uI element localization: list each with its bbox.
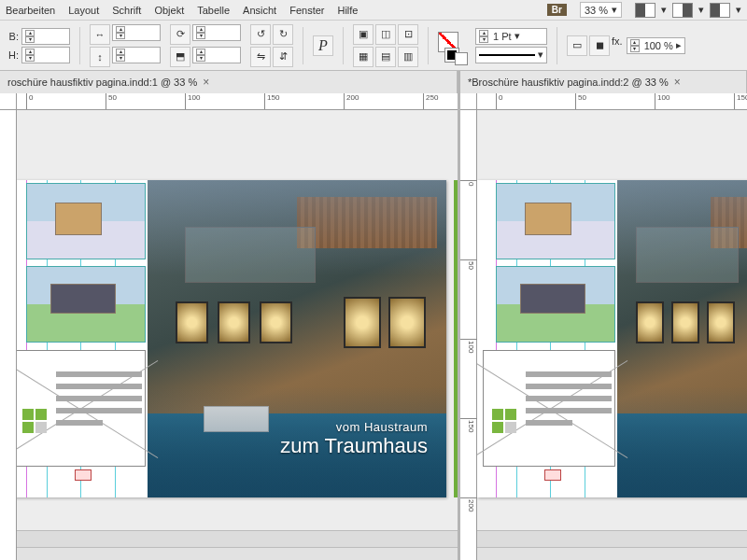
ruler-horizontal[interactable]: 0 50 100 150 200 250 [17, 93, 458, 110]
thumbnail-1[interactable] [26, 183, 146, 259]
scale-y-field[interactable]: ▴▾ [112, 47, 161, 63]
close-icon[interactable]: × [674, 76, 681, 89]
center-content-icon[interactable]: ⊡ [398, 24, 418, 45]
rotate-icon[interactable]: ⟳ [170, 24, 190, 45]
scrollbar-horizontal[interactable] [17, 547, 458, 560]
chevron-down-icon[interactable]: ▾ [661, 4, 667, 16]
auto-fit-icon[interactable]: ▥ [398, 47, 418, 67]
sofa-shape [204, 406, 269, 432]
menu-bearbeiten[interactable]: Bearbeiten [6, 5, 55, 16]
rotate-cw-icon[interactable]: ↻ [273, 24, 293, 45]
menu-hilfe[interactable]: Hilfe [337, 5, 358, 16]
flip-h-icon[interactable]: ⇋ [250, 47, 271, 67]
menu-bar: Bearbeiten Layout Schrift Objekt Tabelle… [0, 0, 747, 21]
stroke-style-dropdown[interactable]: ▾ [475, 47, 547, 63]
screen-mode-1-icon[interactable] [635, 3, 655, 18]
document-tab-1[interactable]: roschüre hausfiktiv pagina.indd:1 @ 33 %… [0, 71, 458, 93]
fill-frame-icon[interactable]: ▦ [353, 47, 374, 67]
control-panel: B: ▴▾ H: ▴▾ ↔▴▾ ↕▴▾ ⟳▴▾ ⬒▴▾ ↺↻ ⇋⇵ P ▣◫⊡ … [0, 21, 747, 71]
ruler-vertical[interactable]: 0 50 100 150 200 [460, 110, 477, 560]
stroke-weight-dropdown[interactable]: ▴▾1 Pt▾ [475, 28, 547, 45]
thumbnail-1[interactable] [496, 183, 615, 259]
bleed-edge [454, 180, 458, 497]
scale-y-icon[interactable]: ↕ [90, 47, 110, 67]
menu-objekt[interactable]: Objekt [154, 5, 184, 16]
page-spread[interactable]: vom Haustraum zum Traumhaus [17, 180, 446, 497]
logo-icon [492, 409, 518, 435]
rotate-ccw-icon[interactable]: ↺ [250, 24, 271, 45]
canvas-area[interactable]: vom Haustraum zum Traumhaus ↖ [17, 110, 458, 560]
menu-ansicht[interactable]: Ansicht [243, 5, 276, 16]
document-pane-1: roschüre hausfiktiv pagina.indd:1 @ 33 %… [0, 71, 460, 560]
menu-layout[interactable]: Layout [68, 5, 99, 16]
height-field[interactable]: ▴▾ [21, 47, 70, 63]
width-field[interactable]: ▴▾ [21, 28, 70, 45]
slogan-text: vom Haustraum zum Traumhaus [280, 420, 428, 458]
swap-icon[interactable] [455, 52, 468, 65]
menu-fenster[interactable]: Fenster [289, 5, 324, 16]
fit-content-icon[interactable]: ▣ [353, 24, 374, 45]
flip-v-icon[interactable]: ⇵ [273, 47, 293, 67]
overset-icon [544, 469, 561, 481]
drop-shadow-icon[interactable]: ◼ [589, 35, 610, 56]
ruler-origin[interactable] [460, 93, 477, 110]
shear-icon[interactable]: ⬒ [170, 47, 190, 67]
document-pane-2: *Broschüre hausfiktiv pagina.indd:2 @ 33… [460, 71, 747, 560]
chevron-down-icon[interactable]: ▾ [698, 4, 704, 16]
fit-frame-icon[interactable]: ◫ [375, 24, 396, 45]
rotate-field[interactable]: ▴▾ [192, 24, 241, 41]
status-bar [477, 530, 747, 547]
canvas-area[interactable]: Z [477, 110, 747, 560]
logo-icon [22, 409, 49, 435]
scrollbar-horizontal[interactable] [477, 547, 747, 560]
width-label: B: [6, 31, 19, 42]
thumbnail-2[interactable] [26, 266, 146, 343]
size-fields: B: ▴▾ H: ▴▾ [6, 28, 70, 63]
page-spread[interactable]: Z [477, 180, 747, 497]
opacity-dropdown[interactable]: ▴▾100 %▸ [627, 37, 685, 54]
fit-prop-icon[interactable]: ▤ [375, 47, 396, 67]
arrange-1-icon[interactable] [672, 3, 693, 18]
overset-icon [75, 469, 92, 481]
document-tab-2[interactable]: *Broschüre hausfiktiv pagina.indd:2 @ 33… [460, 71, 747, 93]
tab-label: roschüre hausfiktiv pagina.indd:1 @ 33 % [7, 77, 197, 88]
menu-schrift[interactable]: Schrift [112, 5, 141, 16]
ruler-origin[interactable] [0, 93, 17, 110]
ruler-vertical[interactable] [0, 110, 17, 560]
thumbnail-2[interactable] [496, 266, 615, 343]
scale-x-icon[interactable]: ↔ [90, 24, 110, 45]
fx-label[interactable]: fx. [612, 35, 623, 56]
chevron-down-icon[interactable]: ▾ [736, 4, 741, 16]
chevron-down-icon: ▾ [612, 4, 617, 16]
effects-icon[interactable]: ▭ [567, 35, 587, 56]
shear-field[interactable]: ▴▾ [192, 47, 241, 63]
tab-label: *Broschüre hausfiktiv pagina.indd:2 @ 33… [468, 77, 669, 88]
close-icon[interactable]: × [203, 76, 209, 89]
fill-stroke-swatch[interactable] [438, 32, 466, 60]
ruler-horizontal[interactable]: 0 50 100 150 [477, 93, 747, 110]
view-mode-icons: ▾ ▾ ▾ [635, 3, 741, 18]
scale-x-field[interactable]: ▴▾ [112, 24, 161, 41]
status-bar [17, 530, 458, 547]
height-label: H: [6, 49, 19, 61]
arrange-2-icon[interactable] [710, 3, 730, 18]
paragraph-icon[interactable]: P [313, 35, 333, 56]
menu-tabelle[interactable]: Tabelle [197, 5, 230, 16]
hero-image[interactable] [617, 180, 747, 497]
bridge-badge[interactable]: Br [547, 4, 567, 16]
zoom-dropdown[interactable]: 33 %▾ [580, 2, 622, 18]
